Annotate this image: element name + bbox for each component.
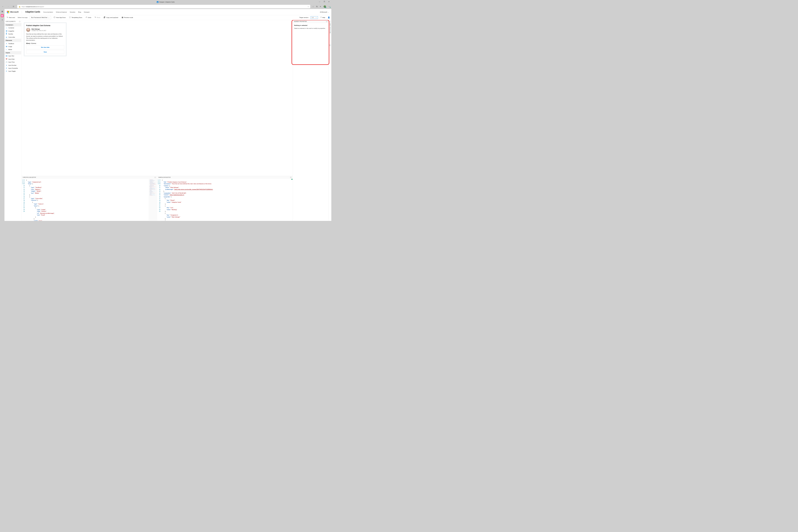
card-structure-label: CARD STRUCTURE [329, 23, 331, 34]
element-icon: A [6, 43, 7, 44]
lock-icon: 🔒 [19, 6, 20, 7]
new-icon: ✎ [7, 17, 8, 18]
nav-blog[interactable]: Blog [78, 11, 81, 13]
view-button[interactable]: View [26, 50, 64, 54]
minimap[interactable] [149, 179, 157, 221]
element-item-input-choiceset[interactable]: ☰Input.ChoiceSet [4, 67, 21, 70]
designer-toolbar: ✎New card Select host app: Bot Framework… [4, 15, 331, 20]
redo-button[interactable]: ↷Redo [94, 16, 101, 19]
collections-icon[interactable]: ⧉ [316, 5, 318, 8]
host-app-select[interactable]: Bot Framework WebChat⌄ [30, 16, 51, 19]
microsoft-logo[interactable]: Microsoft [7, 11, 18, 13]
card-title: Publish Adaptive Card Schema [26, 25, 64, 26]
card-description: Now that we have defined the main rules … [26, 33, 64, 41]
window-titlebar: ◧ Designer | Adaptive Cards — ❐ ✕ [0, 0, 331, 4]
profile-avatar[interactable] [324, 5, 326, 8]
reader-icon[interactable]: ✩ [308, 6, 309, 7]
element-group-header[interactable]: Containers [4, 23, 21, 26]
close-button[interactable]: ✕ [327, 0, 331, 3]
favorites-icon[interactable]: ☆ [312, 5, 314, 8]
element-item-factset[interactable]: ≣FactSet [4, 33, 21, 36]
menu-icon[interactable]: ⋯ [328, 5, 330, 8]
designer-canvas[interactable]: Publish Adaptive Card Schema Matt Hiding… [21, 20, 292, 176]
redo-icon: ↷ [95, 17, 96, 18]
card-elements-title: CARD ELEMENTS [5, 21, 15, 22]
element-icon: # [6, 64, 7, 66]
copy-payload-button[interactable]: 🗐Copy card payload [103, 16, 119, 19]
active-tab-icon[interactable]: ◧ [1, 14, 4, 17]
minimize-button[interactable]: — [317, 0, 322, 3]
help-icon: ? [320, 17, 321, 18]
tabs-icon[interactable]: ▤ [1, 10, 4, 13]
collapse-icon[interactable]: − [329, 21, 331, 22]
element-icon: ▢ [6, 27, 7, 29]
element-icon: ≣ [6, 33, 7, 35]
element-item-input-text[interactable]: ⌨Input.Text [4, 54, 21, 57]
element-item-input-time[interactable]: 🕒Input.Time [4, 61, 21, 63]
element-item-columnset[interactable]: ▥ColumnSet [4, 36, 21, 38]
properties-heading: Nothing is selected [294, 25, 327, 26]
card-factset: ${key}: ${value} [26, 43, 64, 44]
element-icon: ☰ [6, 68, 7, 69]
all-microsoft-dropdown[interactable]: All Microsoft⌄ [320, 11, 329, 13]
element-item-input-toggle[interactable]: ☑Input.Toggle [4, 70, 21, 73]
element-properties-panel: ELEMENT PROPERTIES− Nothing is selected … [292, 20, 328, 221]
adaptive-card-preview[interactable]: Publish Adaptive Card Schema Matt Hiding… [24, 22, 66, 56]
element-item-textblock[interactable]: ATextBlock [4, 42, 21, 45]
nav-samples[interactable]: Samples [70, 11, 75, 13]
collapse-icon[interactable]: − [290, 177, 291, 178]
doc-icon: 🖵 [54, 17, 55, 18]
nav-documentation[interactable]: Documentation [43, 11, 53, 13]
card-payload-editor[interactable]: CARD PAYLOAD EDITOR− 1 2 3 4 5 6 7 8 9 1… [21, 176, 157, 221]
extensions-icon[interactable]: ⚭ [320, 5, 321, 8]
templating-docs-button[interactable]: ⛶Templating Docs [68, 16, 83, 19]
browser-siderail: ▤ ◧ + [0, 9, 4, 221]
app-header: Microsoft Adaptive Cards Documentation S… [4, 9, 331, 15]
sample-editor-title: SAMPLE DATA EDITOR [158, 177, 170, 178]
target-version-select[interactable]: 1.1⌄ [310, 16, 318, 19]
new-card-button[interactable]: ✎New card [6, 16, 16, 19]
user-icon[interactable]: 👤 [328, 17, 330, 18]
element-item-image[interactable]: 🖼Image [4, 45, 21, 48]
chevron-down-icon: ⌄ [316, 17, 317, 18]
element-item-container[interactable]: ▢Container [4, 26, 21, 29]
collapse-icon[interactable]: − [326, 21, 327, 22]
sample-data-editor[interactable]: SAMPLE DATA EDITOR− 1 2 3 4 5 6 7 8 9 10… [157, 176, 292, 221]
set-due-date-button[interactable]: Set due date [26, 45, 64, 49]
collapse-icon[interactable]: − [155, 177, 156, 178]
element-group-header[interactable]: Inputs [4, 51, 21, 54]
help-button[interactable]: ?Help [320, 16, 326, 19]
properties-title: ELEMENT PROPERTIES [294, 21, 307, 22]
card-structure-rail[interactable]: − CARD STRUCTURE + [328, 20, 331, 221]
nav-links: Documentation Schema Explorer Samples Bl… [43, 11, 90, 13]
reload-button[interactable]: ⟳ [12, 5, 15, 8]
author-avatar [26, 28, 30, 32]
element-item-input-number[interactable]: #Input.Number [4, 63, 21, 66]
nav-schema-explorer[interactable]: Schema Explorer [56, 11, 67, 13]
add-tab-button[interactable]: + [1, 18, 4, 21]
card-elements-panel: CARD ELEMENTS− Containers▢Container🖼Imag… [4, 20, 21, 221]
element-item-input-date[interactable]: 📅Input.Date [4, 57, 21, 60]
element-icon: ▥ [6, 36, 7, 38]
back-button[interactable]: ← [1, 5, 4, 8]
undo-button[interactable]: ↶Undo [85, 16, 92, 19]
chevron-down-icon: ⌄ [48, 17, 50, 18]
host-app-docs-button[interactable]: 🖵Host App Docs [53, 16, 66, 19]
element-item-imageset[interactable]: 🖼ImageSet [4, 30, 21, 33]
preview-mode-button[interactable]: ▦Preview mode [121, 16, 134, 19]
address-bar[interactable]: 🔒 https://adaptivecards.io/designer/ ✩ [17, 5, 310, 8]
select-host-label: Select host app: [18, 17, 28, 18]
nav-designer[interactable]: Designer [84, 11, 90, 13]
forward-button[interactable]: → [7, 5, 10, 8]
element-icon: 🕒 [6, 61, 7, 63]
maximize-button[interactable]: ❐ [322, 0, 327, 3]
expand-icon[interactable]: + [329, 44, 331, 46]
element-item-media[interactable]: ▷Media [4, 48, 21, 51]
window-title: Designer | Adaptive Cards [159, 1, 175, 3]
collapse-icon[interactable]: − [19, 21, 20, 22]
undo-icon: ↶ [86, 17, 87, 18]
preview-icon: ▦ [122, 17, 123, 18]
url-text: https://adaptivecards.io/designer/ [22, 6, 44, 7]
element-group-header[interactable]: Elements [4, 39, 21, 42]
brand-title[interactable]: Adaptive Cards [25, 11, 40, 13]
